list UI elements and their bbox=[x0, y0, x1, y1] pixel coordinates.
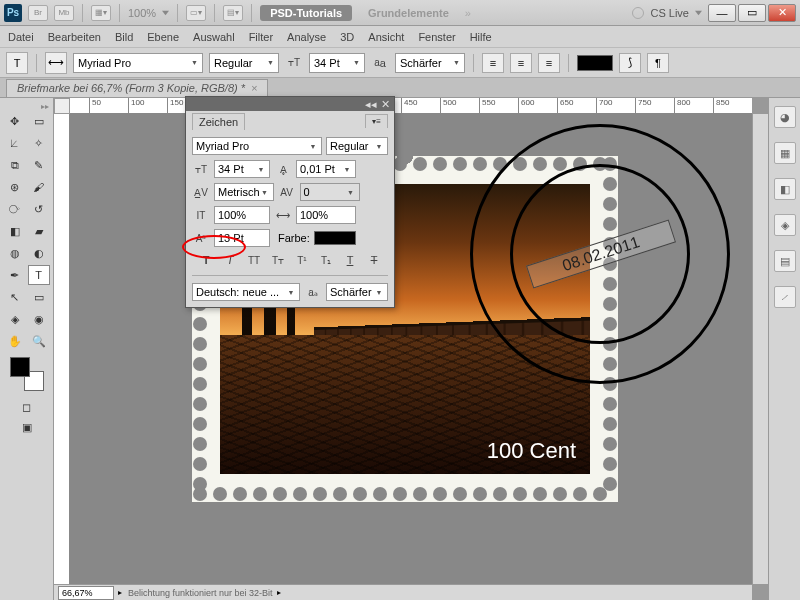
aa-dropdown[interactable]: Schärfer▼ bbox=[395, 53, 465, 73]
pen-tool[interactable]: ✒ bbox=[4, 265, 26, 285]
align-center-button[interactable]: ≡ bbox=[510, 53, 532, 73]
menu-analyse[interactable]: Analyse bbox=[287, 31, 326, 43]
3d-tool[interactable]: ◈ bbox=[4, 309, 26, 329]
path-select-tool[interactable]: ↖ bbox=[4, 287, 26, 307]
shape-tool[interactable]: ▭ bbox=[28, 287, 50, 307]
cp-tracking-field[interactable]: 0▼ bbox=[300, 183, 360, 201]
close-button[interactable]: ✕ bbox=[768, 4, 796, 22]
cp-size-field[interactable]: 34 Pt▼ bbox=[214, 160, 270, 178]
menu-datei[interactable]: Datei bbox=[8, 31, 34, 43]
layers-panel-icon[interactable]: ◈ bbox=[774, 214, 796, 236]
underline-button[interactable]: T bbox=[340, 252, 360, 268]
menu-hilfe[interactable]: Hilfe bbox=[470, 31, 492, 43]
warp-text-button[interactable]: ⟆ bbox=[619, 53, 641, 73]
menu-ebene[interactable]: Ebene bbox=[147, 31, 179, 43]
crop-tool[interactable]: ⧉ bbox=[4, 155, 26, 175]
align-right-button[interactable]: ≡ bbox=[538, 53, 560, 73]
menu-3d[interactable]: 3D bbox=[340, 31, 354, 43]
horizontal-ruler[interactable]: 5010015020025030035040045050055060065070… bbox=[70, 98, 752, 114]
canvas[interactable]: 100 Cent he Bundespost 08.02.2011 bbox=[70, 114, 752, 584]
zoom-level[interactable]: 100% bbox=[128, 7, 156, 19]
menu-ansicht[interactable]: Ansicht bbox=[368, 31, 404, 43]
menu-bild[interactable]: Bild bbox=[115, 31, 133, 43]
cp-vscale-field[interactable]: 100% bbox=[214, 206, 270, 224]
screenmode-button[interactable]: ▣ bbox=[16, 417, 38, 437]
minibridge-icon[interactable]: Mb bbox=[54, 5, 74, 21]
smallcaps-button[interactable]: Tᴛ bbox=[268, 252, 288, 268]
extras-icon[interactable]: ▤▾ bbox=[223, 5, 243, 21]
workspace-psd[interactable]: PSD-Tutorials bbox=[260, 5, 352, 21]
panel-close-icon[interactable]: ✕ bbox=[381, 98, 390, 111]
close-tab-icon[interactable]: × bbox=[251, 82, 257, 94]
dodge-tool[interactable]: ◐ bbox=[28, 243, 50, 263]
cp-leading-field[interactable]: 0,01 Pt▼ bbox=[296, 160, 356, 178]
blur-tool[interactable]: ◍ bbox=[4, 243, 26, 263]
screen-mode-icon[interactable]: ▦▾ bbox=[91, 5, 111, 21]
superscript-button[interactable]: T¹ bbox=[292, 252, 312, 268]
font-family-dropdown[interactable]: Myriad Pro▼ bbox=[73, 53, 203, 73]
photoshop-icon: Ps bbox=[4, 4, 22, 22]
marquee-tool[interactable]: ▭ bbox=[28, 111, 50, 131]
orientation-icon[interactable]: ⟷ bbox=[45, 52, 67, 74]
menu-filter[interactable]: Filter bbox=[249, 31, 273, 43]
vertical-scrollbar[interactable] bbox=[752, 114, 768, 584]
strike-button[interactable]: T bbox=[364, 252, 384, 268]
cp-baseline-field[interactable]: 13 Pt bbox=[214, 229, 270, 247]
character-panel[interactable]: ◂◂✕ Zeichen▾≡ Myriad Pro▼ Regular▼ ᴛT 34… bbox=[185, 96, 395, 308]
maximize-button[interactable]: ▭ bbox=[738, 4, 766, 22]
arrange-icon[interactable]: ▭▾ bbox=[186, 5, 206, 21]
color-swatches[interactable] bbox=[10, 357, 44, 391]
cp-font-family[interactable]: Myriad Pro▼ bbox=[192, 137, 322, 155]
gradient-tool[interactable]: ▰ bbox=[28, 221, 50, 241]
foreground-color[interactable] bbox=[10, 357, 30, 377]
align-left-button[interactable]: ≡ bbox=[482, 53, 504, 73]
ruler-origin[interactable] bbox=[54, 98, 70, 114]
brush-tool[interactable]: 🖌 bbox=[28, 177, 50, 197]
bridge-icon[interactable]: Br bbox=[28, 5, 48, 21]
hand-tool[interactable]: ✋ bbox=[4, 331, 26, 351]
lasso-tool[interactable]: ⟀ bbox=[4, 133, 26, 153]
italic-button[interactable]: T bbox=[220, 252, 240, 268]
paths-panel-icon[interactable]: ⟋ bbox=[774, 286, 796, 308]
zoom-input[interactable]: 66,67% bbox=[58, 586, 114, 600]
type-tool[interactable]: T bbox=[28, 265, 50, 285]
document-tab[interactable]: Briefmarke bei 66,7% (Form 3 Kopie, RGB/… bbox=[6, 79, 268, 97]
cslive-menu[interactable]: CS Live bbox=[650, 7, 689, 19]
text-color-swatch[interactable] bbox=[577, 55, 613, 71]
cp-color-swatch[interactable] bbox=[314, 231, 356, 245]
bold-button[interactable]: T bbox=[196, 252, 216, 268]
color-panel-icon[interactable]: ◕ bbox=[774, 106, 796, 128]
clone-tool[interactable]: ⧂ bbox=[4, 199, 26, 219]
character-panel-toggle[interactable]: ¶ bbox=[647, 53, 669, 73]
cp-hscale-field[interactable]: 100% bbox=[296, 206, 356, 224]
eyedropper-tool[interactable]: ✎ bbox=[28, 155, 50, 175]
cp-aa-field[interactable]: Schärfer▼ bbox=[326, 283, 388, 301]
type-tool-preset-icon[interactable]: T bbox=[6, 52, 28, 74]
eraser-tool[interactable]: ◧ bbox=[4, 221, 26, 241]
workspace-grund[interactable]: Grundelemente bbox=[358, 5, 459, 21]
minimize-button[interactable]: — bbox=[708, 4, 736, 22]
cp-language-field[interactable]: Deutsch: neue ...▼ bbox=[192, 283, 300, 301]
font-size-dropdown[interactable]: 34 Pt▼ bbox=[309, 53, 365, 73]
subscript-button[interactable]: T₁ bbox=[316, 252, 336, 268]
cp-font-style[interactable]: Regular▼ bbox=[326, 137, 388, 155]
adjust-panel-icon[interactable]: ◧ bbox=[774, 178, 796, 200]
cp-kerning-field[interactable]: Metrisch▼ bbox=[214, 183, 274, 201]
healing-tool[interactable]: ⊛ bbox=[4, 177, 26, 197]
menu-fenster[interactable]: Fenster bbox=[418, 31, 455, 43]
history-brush-tool[interactable]: ↺ bbox=[28, 199, 50, 219]
allcaps-button[interactable]: TT bbox=[244, 252, 264, 268]
swatches-panel-icon[interactable]: ▦ bbox=[774, 142, 796, 164]
panel-header[interactable]: ◂◂✕ bbox=[186, 97, 394, 111]
magic-wand-tool[interactable]: ✧ bbox=[28, 133, 50, 153]
vertical-ruler[interactable] bbox=[54, 114, 70, 584]
font-style-dropdown[interactable]: Regular▼ bbox=[209, 53, 279, 73]
menu-bearbeiten[interactable]: Bearbeiten bbox=[48, 31, 101, 43]
zoom-tool[interactable]: 🔍 bbox=[28, 331, 50, 351]
menu-auswahl[interactable]: Auswahl bbox=[193, 31, 235, 43]
quickmask-button[interactable]: ◻ bbox=[16, 397, 38, 417]
channels-panel-icon[interactable]: ▤ bbox=[774, 250, 796, 272]
3d-camera-tool[interactable]: ◉ bbox=[28, 309, 50, 329]
panel-tab-zeichen[interactable]: Zeichen▾≡ bbox=[186, 111, 394, 131]
move-tool[interactable]: ✥ bbox=[4, 111, 26, 131]
